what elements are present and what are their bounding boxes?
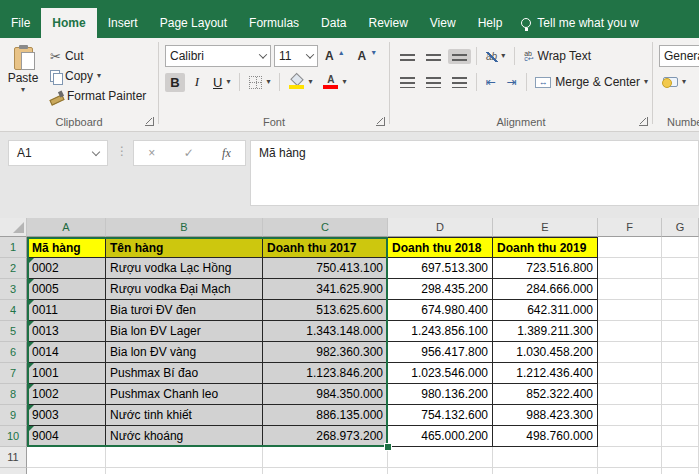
cell-C12[interactable] xyxy=(263,468,388,474)
cell-D4[interactable]: 674.980.400 xyxy=(388,300,493,321)
cell-C1[interactable]: Doanh thu 2017 xyxy=(263,237,388,258)
tab-formulas[interactable]: Formulas xyxy=(238,8,310,38)
cell-B9[interactable]: Nước tinh khiết xyxy=(106,405,263,426)
cell-A10[interactable]: 9004 xyxy=(27,426,106,447)
cell-G2[interactable] xyxy=(662,258,699,279)
align-left-button[interactable] xyxy=(396,75,419,90)
cell-A2[interactable]: 0002 xyxy=(27,258,106,279)
row-header-11[interactable]: 11 xyxy=(0,447,27,468)
cell-G3[interactable] xyxy=(662,279,699,300)
number-format-combo[interactable]: General xyxy=(659,45,699,67)
row-header-5[interactable]: 5 xyxy=(0,321,27,342)
borders-button[interactable]: ▾ xyxy=(245,74,274,91)
cell-A5[interactable]: 0013 xyxy=(27,321,106,342)
cell-F5[interactable] xyxy=(598,321,662,342)
select-all-button[interactable] xyxy=(0,218,27,237)
cell-A9[interactable]: 9003 xyxy=(27,405,106,426)
row-header-8[interactable]: 8 xyxy=(0,384,27,405)
cell-E10[interactable]: 498.760.000 xyxy=(493,426,598,447)
font-name-combo[interactable]: Calibri xyxy=(165,45,271,67)
cell-F10[interactable] xyxy=(598,426,662,447)
cell-B5[interactable]: Bia lon ĐV Lager xyxy=(106,321,263,342)
row-header-6[interactable]: 6 xyxy=(0,342,27,363)
row-header-9[interactable]: 9 xyxy=(0,405,27,426)
decrease-font-button[interactable]: A▼ xyxy=(354,47,384,65)
cell-C2[interactable]: 750.413.100 xyxy=(263,258,388,279)
orientation-button[interactable]: ab ▾ xyxy=(482,49,509,64)
cell-E6[interactable]: 1.030.458.200 xyxy=(493,342,598,363)
tab-file[interactable]: File xyxy=(0,8,41,38)
cell-G12[interactable] xyxy=(662,468,699,474)
row-header-1[interactable]: 1 xyxy=(0,237,27,258)
tab-view[interactable]: View xyxy=(419,8,467,38)
font-dialog-launcher[interactable] xyxy=(376,117,385,126)
cell-G9[interactable] xyxy=(662,405,699,426)
cell-A11[interactable] xyxy=(27,447,106,468)
row-header-12[interactable]: 12 xyxy=(0,468,27,474)
accounting-format-button[interactable]: ▾ xyxy=(659,75,690,89)
tab-review[interactable]: Review xyxy=(357,8,418,38)
cell-B2[interactable]: Rượu vodka Lạc Hồng xyxy=(106,258,263,279)
cell-F2[interactable] xyxy=(598,258,662,279)
enter-icon[interactable]: ✓ xyxy=(184,146,194,160)
column-header-A[interactable]: A xyxy=(27,218,106,237)
cell-B6[interactable]: Bia lon ĐV vàng xyxy=(106,342,263,363)
row-header-3[interactable]: 3 xyxy=(0,279,27,300)
column-header-C[interactable]: C xyxy=(263,218,388,237)
tab-home[interactable]: Home xyxy=(41,8,96,38)
cell-D7[interactable]: 1.023.546.000 xyxy=(388,363,493,384)
cell-G10[interactable] xyxy=(662,426,699,447)
cell-D2[interactable]: 697.513.300 xyxy=(388,258,493,279)
clipboard-dialog-launcher[interactable] xyxy=(145,117,154,126)
column-header-G[interactable]: G xyxy=(662,218,699,237)
align-right-button[interactable] xyxy=(448,75,471,90)
cell-B11[interactable] xyxy=(106,447,263,468)
row-header-2[interactable]: 2 xyxy=(0,258,27,279)
column-header-B[interactable]: B xyxy=(106,218,263,237)
cell-G8[interactable] xyxy=(662,384,699,405)
cell-D9[interactable]: 754.132.600 xyxy=(388,405,493,426)
insert-function-icon[interactable]: fx xyxy=(222,146,231,161)
decrease-indent-button[interactable]: ⇤ xyxy=(482,74,500,90)
alignment-dialog-launcher[interactable] xyxy=(639,117,648,126)
cell-C4[interactable]: 513.625.600 xyxy=(263,300,388,321)
row-header-10[interactable]: 10 xyxy=(0,426,27,447)
cell-C11[interactable] xyxy=(263,447,388,468)
cell-F7[interactable] xyxy=(598,363,662,384)
cell-F3[interactable] xyxy=(598,279,662,300)
column-header-E[interactable]: E xyxy=(493,218,598,237)
align-middle-button[interactable] xyxy=(422,49,445,64)
cell-D1[interactable]: Doanh thu 2018 xyxy=(388,237,493,258)
formula-bar-resize-handle[interactable]: ⋮ xyxy=(116,144,128,158)
fill-color-button[interactable]: ▾ xyxy=(285,73,316,91)
bold-button[interactable]: B xyxy=(165,73,185,92)
cell-G7[interactable] xyxy=(662,363,699,384)
cell-E1[interactable]: Doanh thu 2019 xyxy=(493,237,598,258)
cell-D10[interactable]: 465.000.200 xyxy=(388,426,493,447)
cell-B3[interactable]: Rượu vodka Đại Mạch xyxy=(106,279,263,300)
column-header-F[interactable]: F xyxy=(598,218,662,237)
cell-D11[interactable] xyxy=(388,447,493,468)
format-painter-button[interactable]: Format Painter xyxy=(46,87,150,105)
cell-E9[interactable]: 988.423.300 xyxy=(493,405,598,426)
cell-A7[interactable]: 1001 xyxy=(27,363,106,384)
cell-C7[interactable]: 1.123.846.200 xyxy=(263,363,388,384)
font-size-combo[interactable]: 11 xyxy=(274,45,318,67)
cell-F6[interactable] xyxy=(598,342,662,363)
underline-button[interactable]: U ▾ xyxy=(209,73,234,92)
fill-handle[interactable] xyxy=(384,443,392,451)
italic-button[interactable]: I xyxy=(188,72,206,92)
tab-page-layout[interactable]: Page Layout xyxy=(149,8,238,38)
cell-A3[interactable]: 0005 xyxy=(27,279,106,300)
cell-F1[interactable] xyxy=(598,237,662,258)
tell-me-search[interactable]: Tell me what you w xyxy=(513,8,646,38)
cell-C10[interactable]: 268.973.200 xyxy=(263,426,388,447)
cell-E2[interactable]: 723.516.800 xyxy=(493,258,598,279)
cell-E11[interactable] xyxy=(493,447,598,468)
formula-bar-input[interactable]: Mã hàng xyxy=(250,140,699,206)
cell-B12[interactable] xyxy=(106,468,263,474)
cell-E5[interactable]: 1.389.211.300 xyxy=(493,321,598,342)
cell-G5[interactable] xyxy=(662,321,699,342)
cancel-icon[interactable]: × xyxy=(148,146,155,160)
column-header-D[interactable]: D xyxy=(388,218,493,237)
